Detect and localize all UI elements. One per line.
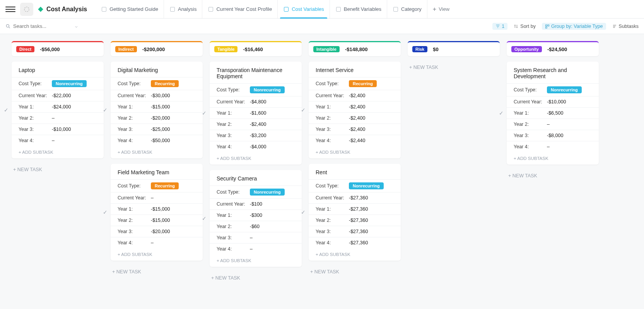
add-subtask-button[interactable]: + ADD SUBTASK [111, 248, 203, 261]
add-subtask-button[interactable]: + ADD SUBTASK [210, 152, 302, 165]
subtasks-button[interactable]: Subtasks [612, 24, 639, 29]
tab-benefit-variables[interactable]: Benefit Variables [330, 0, 387, 18]
new-task-button[interactable]: + NEW TASK [309, 266, 401, 278]
task-card[interactable]: ✓Field Marketing TeamCost Type:Recurring… [111, 164, 203, 261]
tab-getting-started[interactable]: Getting Started Guide [96, 0, 164, 18]
column-header[interactable]: Indirect-$200,000 [111, 41, 203, 56]
column-header[interactable]: Direct-$56,000 [12, 41, 104, 56]
task-card[interactable]: ✓System Research and DevelopmentCost Typ… [507, 62, 599, 165]
column-header[interactable]: Tangible-$16,460 [210, 41, 302, 56]
check-icon[interactable]: ✓ [202, 110, 207, 116]
svg-point-2 [6, 24, 9, 27]
check-icon[interactable]: ✓ [103, 107, 108, 113]
new-task-button[interactable]: + NEW TASK [12, 164, 104, 175]
check-icon[interactable]: ✓ [103, 209, 108, 215]
label-current_year: Current Year: [217, 99, 250, 105]
row-cost-type: Cost Type:Nonrecurring [12, 77, 104, 90]
menu-icon[interactable] [5, 4, 15, 14]
row-year2: Year 2:-$20,000 [111, 112, 203, 124]
value-year4: -$27,360 [349, 240, 368, 245]
filter-button[interactable]: 1 [492, 23, 507, 30]
chevron-down-icon[interactable]: ⌵ [75, 24, 78, 29]
cost-type-chip: Nonrecurring [250, 189, 285, 196]
check-icon[interactable]: ✓ [499, 110, 504, 116]
value-year2: – [547, 122, 550, 127]
tab-category[interactable]: Category [387, 0, 427, 18]
tabs: Getting Started Guide Analysis Current Y… [96, 0, 455, 18]
value-year3: -$2,400 [349, 127, 365, 132]
search-box: ⌵ [5, 23, 78, 29]
new-task-button[interactable]: + NEW TASK [507, 170, 599, 182]
tab-cost-variables[interactable]: Cost Variables [277, 0, 330, 18]
row-year4: Year 4:– [507, 141, 599, 152]
group-by-button[interactable]: Group by: Variable Type [542, 23, 606, 30]
row-current_year: Current Year:– [111, 192, 203, 203]
task-card[interactable]: ✓LaptopCost Type:NonrecurringCurrent Yea… [12, 62, 104, 158]
row-current_year: Current Year:-$4,800 [210, 96, 302, 107]
sort-button[interactable]: Sort by [514, 24, 536, 29]
column-header[interactable]: Risk$0 [408, 41, 500, 56]
add-subtask-button[interactable]: + ADD SUBTASK [210, 254, 302, 267]
label-current_year: Current Year: [316, 93, 349, 98]
task-card[interactable]: ✓Digital MarketingCost Type:RecurringCur… [111, 62, 203, 158]
cost-type-chip: Nonrecurring [547, 86, 582, 93]
value-year4: – [151, 240, 154, 245]
row-cost-type: Cost Type:Recurring [111, 179, 203, 192]
new-task-button[interactable]: + NEW TASK [408, 62, 500, 73]
task-card[interactable]: ✓RentCost Type:NonrecurringCurrent Year:… [309, 164, 401, 261]
column-badge: Direct [16, 46, 34, 52]
row-year2: Year 2:-$2,400 [309, 112, 401, 124]
label-year4: Year 4: [217, 246, 250, 252]
check-icon[interactable]: ✓ [301, 209, 306, 215]
new-task-button[interactable]: + NEW TASK [210, 272, 302, 284]
column-header[interactable]: Intangible-$148,800 [309, 41, 401, 56]
value-year2: -$15,000 [151, 218, 170, 223]
column-badge: Intangible [313, 46, 340, 52]
task-card[interactable]: ✓Transporation Maintenance EquipmentCost… [210, 62, 302, 165]
check-icon[interactable]: ✓ [301, 107, 306, 113]
label-year1: Year 1: [217, 213, 250, 218]
value-year4: -$2,440 [349, 138, 365, 143]
toolbar: ⌵ 1 Sort by Group by: Variable Type Subt… [0, 19, 644, 34]
row-year4: Year 4:-$50,000 [111, 135, 203, 146]
label-cost-type: Cost Type: [118, 183, 151, 189]
row-cost-type: Cost Type:Nonrecurring [309, 179, 401, 192]
value-current_year: -$100 [250, 201, 262, 207]
task-card[interactable]: ✓Internet ServiceCost Type:RecurringCurr… [309, 62, 401, 158]
row-cost-type: Cost Type:Recurring [309, 77, 401, 90]
value-current_year: -$10,000 [547, 99, 566, 105]
add-view-button[interactable]: +View [427, 0, 455, 18]
value-year2: -$2,400 [250, 122, 266, 127]
label-year3: Year 3: [118, 229, 151, 234]
add-subtask-button[interactable]: + ADD SUBTASK [309, 248, 401, 261]
add-subtask-button[interactable]: + ADD SUBTASK [309, 146, 401, 158]
row-year1: Year 1:-$300 [210, 209, 302, 221]
add-subtask-button[interactable]: + ADD SUBTASK [12, 146, 104, 158]
label-year1: Year 1: [217, 110, 250, 116]
svg-rect-6 [545, 27, 547, 28]
label-current_year: Current Year: [316, 195, 349, 201]
tab-current-year[interactable]: Current Year Cost Profile [202, 0, 277, 18]
row-year4: Year 4:-$4,000 [210, 141, 302, 152]
cost-type-chip: Nonrecurring [52, 80, 87, 87]
value-year3: – [250, 235, 253, 240]
new-task-button[interactable]: + NEW TASK [111, 266, 203, 278]
value-year4: – [250, 246, 253, 252]
column-badge: Opportunity [511, 46, 542, 52]
column-intangible: Intangible-$148,800✓Internet ServiceCost… [309, 41, 401, 278]
label-year3: Year 3: [118, 127, 151, 132]
label-current_year: Current Year: [118, 195, 151, 201]
column-header[interactable]: Opportunity-$24,500 [507, 41, 599, 56]
label-year4: Year 4: [118, 240, 151, 245]
group-icon [545, 24, 550, 29]
add-subtask-button[interactable]: + ADD SUBTASK [111, 146, 203, 158]
check-icon[interactable]: ✓ [202, 215, 207, 221]
add-subtask-button[interactable]: + ADD SUBTASK [507, 152, 599, 165]
tab-analysis[interactable]: Analysis [164, 0, 202, 18]
value-year4: – [52, 138, 55, 143]
task-card[interactable]: ✓Security CameraCost Type:NonrecurringCu… [210, 170, 302, 267]
label-cost-type: Cost Type: [514, 87, 547, 93]
value-year4: – [547, 144, 550, 149]
search-input[interactable] [13, 23, 67, 29]
check-icon[interactable]: ✓ [4, 107, 9, 113]
